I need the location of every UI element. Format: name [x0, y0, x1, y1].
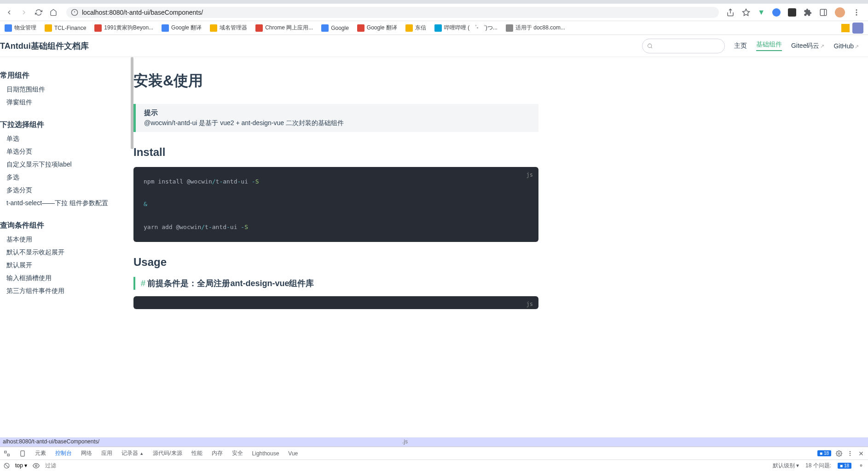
search-box[interactable] — [642, 39, 725, 53]
sidebar-item[interactable]: 默认不显示收起展开 — [0, 246, 133, 259]
star-icon[interactable] — [742, 8, 750, 17]
sidebar-item[interactable]: 日期范围组件 — [0, 83, 133, 96]
devtools-filter-bar: top ▾ 默认级别 ▾ 18 个问题: ■ 18 — [0, 460, 868, 471]
svg-point-7 — [856, 11, 857, 13]
tip-block: 提示 @wocwin/t-antd-ui 是基于 vue2 + ant-desi… — [133, 104, 538, 132]
svg-rect-12 — [7, 454, 9, 456]
tip-text: @wocwin/t-antd-ui 是基于 vue2 + ant-design-… — [144, 119, 530, 127]
ext-icon-2[interactable] — [788, 8, 796, 17]
inspect-icon[interactable] — [4, 450, 10, 457]
info-icon — [71, 9, 78, 16]
devtools-tab-console[interactable]: 控制台 — [55, 449, 72, 457]
bookmark-folder-icon[interactable] — [841, 24, 850, 32]
code-language-badge: js — [527, 170, 533, 180]
devtools-tab-sources[interactable]: 源代码/来源 — [153, 449, 182, 457]
issues-label: 18 个问题: — [805, 462, 831, 470]
devtools-tab-vue[interactable]: Vue — [288, 450, 298, 457]
bookmark-item[interactable]: Google 翻译 — [357, 24, 397, 32]
browser-toolbar: localhost:8080/t-antd-ui/baseComponents/… — [0, 4, 868, 21]
eye-icon[interactable] — [33, 462, 40, 469]
svg-rect-4 — [820, 9, 827, 16]
devtools-tab-application[interactable]: 应用 — [101, 449, 112, 457]
devtools-error-badge[interactable]: ■ 18 — [817, 450, 831, 456]
devtools-tab-elements[interactable]: 元素 — [35, 449, 46, 457]
device-icon[interactable] — [19, 450, 26, 457]
svg-point-9 — [648, 44, 652, 47]
profile-avatar[interactable] — [835, 7, 845, 17]
svg-point-22 — [35, 465, 37, 466]
sidebar-item[interactable]: t-antd-select——下拉 组件参数配置 — [0, 197, 133, 210]
menu-icon[interactable] — [852, 8, 861, 17]
extensions-icon[interactable] — [804, 8, 812, 17]
usage-callout: # 前提条件是：全局注册ant-design-vue组件库 — [133, 277, 538, 290]
address-bar[interactable]: localhost:8080/t-antd-ui/baseComponents/ — [66, 7, 719, 18]
sidebar-item[interactable]: 第三方组件事件使用 — [0, 285, 133, 298]
page-title: 安装&使用 — [133, 71, 538, 91]
code-language-badge: js — [527, 299, 533, 310]
sidebar-item[interactable]: 多选 — [0, 171, 133, 184]
forward-button[interactable] — [18, 7, 29, 18]
context-selector[interactable]: top ▾ — [15, 462, 27, 469]
bookmark-item[interactable]: 哔哩哔哩 ( ゜- ゜)つ... — [434, 24, 498, 32]
console-filter-input[interactable] — [45, 462, 137, 469]
url-text: localhost:8080/t-antd-ui/baseComponents/ — [82, 9, 714, 16]
sidebar-item[interactable]: 弹窗组件 — [0, 96, 133, 109]
sidebar-item[interactable]: 默认展开 — [0, 259, 133, 272]
nav-base-components[interactable]: 基础组件 — [756, 40, 782, 51]
sidebar-item[interactable]: 基本使用 — [0, 233, 133, 246]
issues-badge[interactable]: ■ 18 — [838, 463, 851, 469]
sidebar-group-title: 常用组件 — [0, 68, 133, 83]
devtools-tabs: 元素 控制台 网络 应用 记录器 ▲ 源代码/来源 性能 内存 安全 Light… — [0, 447, 868, 460]
devtools-tab-network[interactable]: 网络 — [81, 449, 92, 457]
devtools-tab-lighthouse[interactable]: Lighthouse — [252, 450, 279, 457]
sidebar-item[interactable]: 单选分页 — [0, 145, 133, 158]
nav-gitee[interactable]: Gitee码云↗ — [791, 42, 824, 50]
back-button[interactable] — [4, 7, 15, 18]
reload-button[interactable] — [33, 7, 44, 18]
search-input[interactable] — [655, 42, 720, 50]
status-js-label: .js — [402, 438, 408, 445]
devtools-tab-performance[interactable]: 性能 — [191, 449, 203, 457]
devtools-tab-security[interactable]: 安全 — [232, 449, 243, 457]
bookmark-item[interactable]: 适用于 doc88.com... — [506, 24, 565, 32]
home-button[interactable] — [48, 7, 59, 18]
nav-home[interactable]: 主页 — [734, 42, 747, 50]
bookmark-item[interactable]: Chrome 网上应用... — [255, 24, 313, 32]
content-area: 安装&使用 提示 @wocwin/t-antd-ui 是基于 vue2 + an… — [133, 57, 868, 437]
sidebar-item[interactable]: 多选分页 — [0, 184, 133, 197]
bookmark-item[interactable]: TCL-Finance — [45, 24, 86, 32]
svg-rect-11 — [5, 451, 6, 453]
sidebar: 常用组件 日期范围组件 弹窗组件 下拉选择组件 单选 单选分页 自定义显示下拉项… — [0, 57, 133, 437]
install-code-block: js npm install @wocwin/t-antd-ui -S & ya… — [133, 167, 538, 242]
gear-icon[interactable] — [858, 462, 864, 469]
bookmark-item[interactable]: 物业管理 — [5, 24, 36, 32]
vue-ext-icon[interactable]: ▼ — [758, 8, 765, 17]
bookmark-item[interactable]: 东信 — [405, 24, 426, 32]
install-heading: Install — [133, 146, 538, 159]
ext-icon-1[interactable] — [772, 8, 781, 17]
close-icon[interactable] — [858, 450, 864, 457]
more-icon[interactable] — [847, 450, 853, 457]
sidepanel-icon[interactable] — [819, 8, 827, 17]
sidebar-item[interactable]: 输入框插槽使用 — [0, 272, 133, 285]
svg-point-15 — [850, 451, 851, 452]
gear-icon[interactable] — [836, 450, 842, 457]
nav-github[interactable]: GitHub↗ — [833, 42, 859, 50]
clear-console-icon[interactable] — [4, 463, 10, 469]
bookmark-item[interactable]: 域名管理器 — [210, 24, 247, 32]
devtools-tab-memory[interactable]: 内存 — [212, 449, 223, 457]
log-level-selector[interactable]: 默认级别 ▾ — [773, 462, 799, 470]
svg-point-17 — [850, 454, 851, 455]
bookmark-item[interactable]: 1991黄家驹Beyon... — [94, 24, 153, 32]
bookmark-ext-icon[interactable] — [852, 23, 863, 34]
bookmark-item[interactable]: Google — [321, 24, 349, 32]
site-title[interactable]: TAntdui基础组件文档库 — [0, 40, 89, 52]
sidebar-item[interactable]: 自定义显示下拉项label — [0, 158, 133, 171]
usage-heading: Usage — [133, 256, 538, 269]
devtools-tab-recorder[interactable]: 记录器 ▲ — [122, 449, 144, 457]
sidebar-item[interactable]: 单选 — [0, 132, 133, 145]
svg-point-8 — [856, 14, 857, 15]
bookmark-item[interactable]: Google 翻译 — [162, 24, 202, 32]
scrollbar-thumb[interactable] — [131, 57, 133, 149]
share-icon[interactable] — [726, 8, 735, 17]
